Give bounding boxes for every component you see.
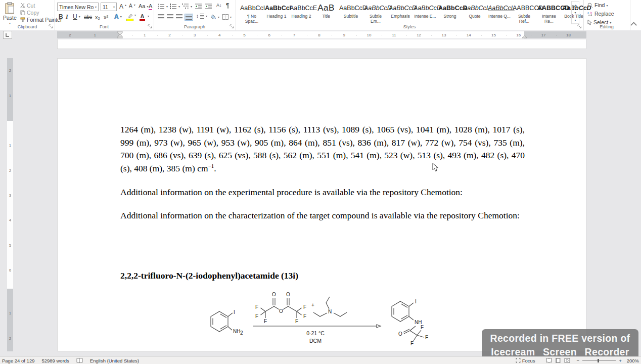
- style-chip-quote[interactable]: AaBbCcLQuote: [463, 1, 487, 23]
- font-name-dropdown-icon[interactable]: ▾: [95, 5, 97, 9]
- style-chip-heading-1[interactable]: AaBbCclHeading 1: [264, 1, 289, 23]
- style-chip-subtle-em[interactable]: AaBbCcDSubtle Em...: [363, 1, 388, 23]
- proofing-status-icon[interactable]: [76, 358, 83, 363]
- style-chip-subtle-ref[interactable]: AABBCCDSubtle Ref...: [512, 1, 536, 23]
- numbering-button[interactable]: ▾: [170, 4, 180, 9]
- zoom-slider[interactable]: [582, 360, 616, 361]
- clear-formatting-button[interactable]: A: [149, 4, 152, 10]
- font-dialog-launcher-icon[interactable]: [148, 24, 152, 29]
- line-spacing-dropdown-icon[interactable]: ▾: [206, 15, 207, 18]
- replace-button[interactable]: ab Replace: [587, 11, 614, 17]
- tab-selector[interactable]: [3, 31, 12, 39]
- styles-scroll-up-icon[interactable]: ▴: [572, 2, 579, 9]
- horizontal-ruler[interactable]: 21123456789101112131415161718: [57, 31, 586, 38]
- shading-button[interactable]: ▾: [210, 14, 219, 20]
- language-indicator[interactable]: English (United States): [90, 358, 139, 363]
- print-layout-icon[interactable]: [555, 358, 561, 363]
- cut-button[interactable]: Cut: [20, 3, 35, 9]
- ruler-tick: [332, 35, 332, 35]
- grow-font-button[interactable]: A ▴: [119, 4, 126, 10]
- copy-button[interactable]: Copy: [20, 10, 39, 16]
- select-dropdown-icon[interactable]: ▾: [610, 21, 611, 24]
- strikethrough-button[interactable]: abc: [84, 15, 92, 20]
- styles-gallery-more-icon[interactable]: ▾: [572, 16, 579, 24]
- grow-font-icon: A: [119, 4, 123, 10]
- reaction-scheme: I NH 2 F F F O O O F F F +: [203, 287, 440, 350]
- change-case-button[interactable]: Aa ▾: [139, 4, 148, 9]
- clipboard-dialog-launcher-icon[interactable]: [49, 24, 53, 29]
- borders-dropdown-icon[interactable]: ▾: [230, 16, 232, 19]
- increase-indent-button[interactable]: [205, 4, 212, 9]
- align-right-button[interactable]: [176, 14, 182, 19]
- underline-button[interactable]: U ▾: [73, 14, 80, 20]
- zoom-level[interactable]: 200%: [627, 358, 639, 363]
- style-chip-intense-e[interactable]: AaBbCcDIntense E...: [413, 1, 437, 23]
- style-chip-emphasis[interactable]: AaBbCcDEmphasis: [388, 1, 413, 23]
- document-area[interactable]: 2112345612 1264 (m), 1238 (w), 1191 (w),…: [0, 39, 641, 356]
- font-color-dropdown[interactable]: ▾: [148, 15, 149, 18]
- style-chip-intense-q[interactable]: AaBbCcLIntense Q...: [487, 1, 512, 23]
- bold-button[interactable]: B: [59, 14, 63, 20]
- underline-dropdown-icon[interactable]: ▾: [79, 15, 80, 18]
- indent-markers-icon[interactable]: [117, 31, 123, 38]
- font-name-combo[interactable]: Times New Ro ▾: [57, 3, 99, 11]
- vruler-number: 3: [7, 194, 13, 197]
- highlight-color-button[interactable]: [126, 14, 133, 21]
- styles-dialog-launcher-icon[interactable]: [577, 24, 582, 29]
- multilevel-dropdown-icon[interactable]: ▾: [191, 5, 192, 8]
- focus-mode-button[interactable]: Focus: [522, 358, 535, 363]
- paragraph-dialog-launcher-icon[interactable]: [230, 24, 234, 29]
- borders-button[interactable]: ▾: [222, 14, 232, 20]
- page-indicator[interactable]: Page 24 of 129: [2, 358, 34, 363]
- find-dropdown-icon[interactable]: ▾: [606, 4, 608, 7]
- font-size-combo[interactable]: 11 ▾: [101, 3, 117, 11]
- word-count[interactable]: 52989 words: [41, 358, 69, 363]
- collapse-ribbon-icon[interactable]: [630, 22, 637, 28]
- style-chip-no-spac[interactable]: AaBbCcI¶ No Spac...: [240, 1, 264, 23]
- align-center-button[interactable]: [167, 14, 173, 19]
- editing-group: Find ▾ ab Replace Select ▾ Editing: [583, 0, 630, 30]
- justify-button[interactable]: [185, 14, 193, 21]
- document-page[interactable]: 1264 (m), 1238 (w), 1191 (w), 1162 (s), …: [57, 58, 586, 351]
- zoom-out-button[interactable]: −: [577, 358, 580, 363]
- zoom-in-button[interactable]: +: [619, 358, 622, 363]
- zoom-slider-thumb[interactable]: [598, 359, 599, 362]
- highlight-dropdown[interactable]: ▾: [134, 14, 136, 17]
- multilevel-list-button[interactable]: ▾: [182, 4, 192, 9]
- vertical-ruler[interactable]: 2112345612: [7, 58, 13, 351]
- style-chip-strong[interactable]: AaBbCcDStrong: [438, 1, 462, 23]
- align-left-button[interactable]: [158, 14, 164, 19]
- watermark-line1: Recorded in FREE version of: [482, 332, 638, 345]
- tab-stop-icon: [6, 33, 10, 37]
- find-button[interactable]: Find ▾: [587, 3, 608, 8]
- vruler-number: 2: [7, 169, 13, 172]
- shading-dropdown-icon[interactable]: ▾: [218, 16, 219, 19]
- numbering-dropdown-icon[interactable]: ▾: [178, 5, 180, 8]
- font-color-button[interactable]: A: [140, 14, 145, 21]
- subscript-button[interactable]: x₂: [95, 15, 100, 20]
- right-indent-marker-icon[interactable]: [522, 35, 527, 38]
- shrink-font-button[interactable]: A ▾: [129, 4, 135, 9]
- superscript-button[interactable]: x²: [104, 15, 108, 20]
- bullets-button[interactable]: ▾: [158, 4, 168, 9]
- sort-button[interactable]: A↓: [216, 3, 222, 8]
- style-chip-title[interactable]: AaBTitle: [314, 1, 338, 23]
- web-layout-icon[interactable]: [564, 358, 570, 363]
- paste-button[interactable]: Paste ▾: [3, 2, 17, 25]
- line-spacing-button[interactable]: ↕ ▾: [196, 14, 207, 19]
- show-formatting-button[interactable]: ¶: [226, 3, 229, 9]
- ruler-tick: [257, 35, 257, 35]
- read-mode-icon[interactable]: [546, 358, 552, 363]
- decrease-indent-button[interactable]: [195, 4, 202, 9]
- italic-button[interactable]: I: [66, 14, 68, 20]
- styles-scroll-down-icon[interactable]: ▾: [572, 9, 579, 17]
- style-chip-intense-re[interactable]: AABBCCDIntense Re...: [537, 1, 561, 23]
- style-chip-heading-2[interactable]: AaBbCcEHeading 2: [289, 1, 313, 23]
- style-chip-subtitle[interactable]: AaBbCcDSubtitle: [339, 1, 363, 23]
- focus-mode-icon: [516, 358, 521, 363]
- style-name: Subtitle: [339, 14, 362, 19]
- font-size-dropdown-icon[interactable]: ▾: [113, 5, 115, 9]
- text-effects-dropdown-icon[interactable]: ▾: [120, 15, 122, 18]
- bullets-dropdown-icon[interactable]: ▾: [166, 5, 168, 8]
- text-effects-button[interactable]: A ▾: [114, 14, 122, 20]
